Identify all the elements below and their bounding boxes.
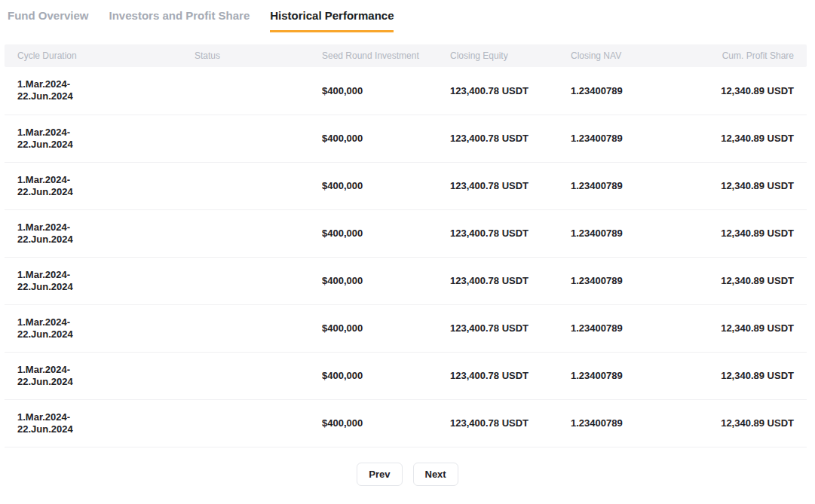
cell-closing-equity: 123,400.78 USDT xyxy=(450,67,571,115)
cell-seed-round-investment: $400,000 xyxy=(322,399,450,447)
historical-performance-table: Cycle Duration Status Seed Round Investm… xyxy=(5,44,807,447)
tab-fund-overview[interactable]: Fund Overview xyxy=(8,9,89,32)
cell-cycle-duration: 1.Mar.2024- 22.Jun.2024 xyxy=(5,399,195,447)
cell-closing-equity: 123,400.78 USDT xyxy=(450,209,571,257)
tab-bar: Fund Overview Investors and Profit Share… xyxy=(0,0,815,32)
cell-cum-profit-share: 12,340.89 USDT xyxy=(691,162,807,209)
cell-closing-nav: 1.23400789 xyxy=(571,257,691,304)
cell-closing-equity: 123,400.78 USDT xyxy=(450,257,571,304)
cell-cycle-duration: 1.Mar.2024- 22.Jun.2024 xyxy=(5,67,195,115)
cell-cycle-duration: 1.Mar.2024- 22.Jun.2024 xyxy=(5,352,195,399)
cell-closing-nav: 1.23400789 xyxy=(571,399,691,447)
cell-cum-profit-share: 12,340.89 USDT xyxy=(691,304,807,352)
cell-cycle-duration: 1.Mar.2024- 22.Jun.2024 xyxy=(5,115,195,162)
cell-status xyxy=(195,257,322,304)
cell-closing-equity: 123,400.78 USDT xyxy=(450,352,571,399)
cell-seed-round-investment: $400,000 xyxy=(322,115,450,162)
cell-seed-round-investment: $400,000 xyxy=(322,162,450,209)
cell-closing-nav: 1.23400789 xyxy=(571,209,691,257)
cell-seed-round-investment: $400,000 xyxy=(322,67,450,115)
cell-cum-profit-share: 12,340.89 USDT xyxy=(691,67,807,115)
cell-seed-round-investment: $400,000 xyxy=(322,209,450,257)
cell-seed-round-investment: $400,000 xyxy=(322,257,450,304)
cell-closing-equity: 123,400.78 USDT xyxy=(450,162,571,209)
cell-status xyxy=(195,67,322,115)
table-row: 1.Mar.2024- 22.Jun.2024$400,000123,400.7… xyxy=(5,209,807,257)
table-row: 1.Mar.2024- 22.Jun.2024$400,000123,400.7… xyxy=(5,115,807,162)
cell-cycle-duration: 1.Mar.2024- 22.Jun.2024 xyxy=(5,257,195,304)
cell-closing-nav: 1.23400789 xyxy=(571,67,691,115)
cell-cycle-duration: 1.Mar.2024- 22.Jun.2024 xyxy=(5,162,195,209)
cell-closing-nav: 1.23400789 xyxy=(571,304,691,352)
column-header-status: Status xyxy=(195,44,322,67)
cell-cum-profit-share: 12,340.89 USDT xyxy=(691,399,807,447)
cell-status xyxy=(195,209,322,257)
column-header-cycle-duration: Cycle Duration xyxy=(5,44,195,67)
table-row: 1.Mar.2024- 22.Jun.2024$400,000123,400.7… xyxy=(5,352,807,399)
next-button[interactable]: Next xyxy=(413,463,458,486)
cell-status xyxy=(195,399,322,447)
tab-historical-performance[interactable]: Historical Performance xyxy=(270,9,394,32)
cell-closing-nav: 1.23400789 xyxy=(571,162,691,209)
column-header-cum-profit-share: Cum. Profit Share xyxy=(691,44,807,67)
cell-cum-profit-share: 12,340.89 USDT xyxy=(691,115,807,162)
cell-closing-nav: 1.23400789 xyxy=(571,352,691,399)
cell-seed-round-investment: $400,000 xyxy=(322,352,450,399)
cell-closing-nav: 1.23400789 xyxy=(571,115,691,162)
cell-closing-equity: 123,400.78 USDT xyxy=(450,399,571,447)
prev-button[interactable]: Prev xyxy=(357,463,402,486)
cell-status xyxy=(195,304,322,352)
cell-seed-round-investment: $400,000 xyxy=(322,304,450,352)
historical-performance-table-container: Cycle Duration Status Seed Round Investm… xyxy=(5,44,807,447)
table-row: 1.Mar.2024- 22.Jun.2024$400,000123,400.7… xyxy=(5,67,807,115)
table-header-row: Cycle Duration Status Seed Round Investm… xyxy=(5,44,807,67)
pagination: Prev Next xyxy=(0,463,815,486)
cell-closing-equity: 123,400.78 USDT xyxy=(450,115,571,162)
cell-cycle-duration: 1.Mar.2024- 22.Jun.2024 xyxy=(5,304,195,352)
cell-cum-profit-share: 12,340.89 USDT xyxy=(691,257,807,304)
table-row: 1.Mar.2024- 22.Jun.2024$400,000123,400.7… xyxy=(5,399,807,447)
table-row: 1.Mar.2024- 22.Jun.2024$400,000123,400.7… xyxy=(5,257,807,304)
table-body: 1.Mar.2024- 22.Jun.2024$400,000123,400.7… xyxy=(5,67,807,447)
cell-closing-equity: 123,400.78 USDT xyxy=(450,304,571,352)
table-row: 1.Mar.2024- 22.Jun.2024$400,000123,400.7… xyxy=(5,162,807,209)
table-row: 1.Mar.2024- 22.Jun.2024$400,000123,400.7… xyxy=(5,304,807,352)
cell-status xyxy=(195,352,322,399)
cell-cycle-duration: 1.Mar.2024- 22.Jun.2024 xyxy=(5,209,195,257)
cell-status xyxy=(195,115,322,162)
column-header-seed-round-investment: Seed Round Investment xyxy=(322,44,450,67)
column-header-closing-nav: Closing NAV xyxy=(571,44,691,67)
cell-cum-profit-share: 12,340.89 USDT xyxy=(691,352,807,399)
cell-status xyxy=(195,162,322,209)
cell-cum-profit-share: 12,340.89 USDT xyxy=(691,209,807,257)
tab-investors-and-profit-share[interactable]: Investors and Profit Share xyxy=(109,9,250,32)
column-header-closing-equity: Closing Equity xyxy=(450,44,571,67)
